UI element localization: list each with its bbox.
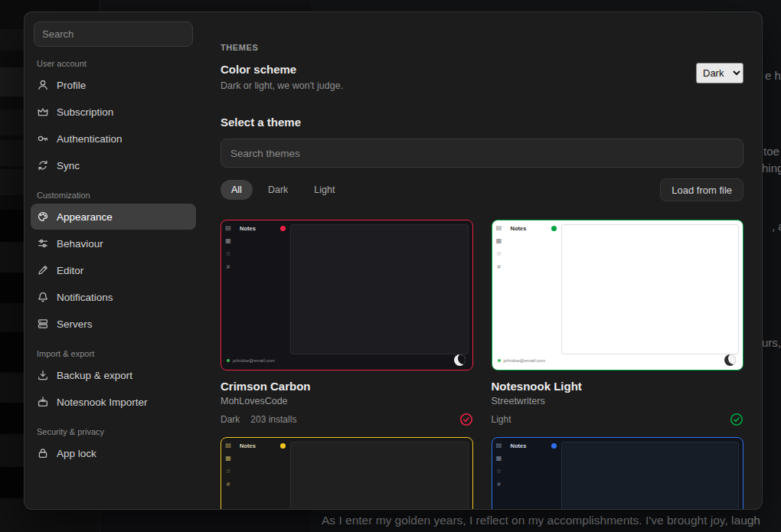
preview-editor-pane xyxy=(561,224,740,354)
sidebar-item-label: Profile xyxy=(57,80,86,91)
preview-notes-list: Notes xyxy=(235,220,290,370)
settings-search-input[interactable] xyxy=(34,21,193,47)
nav-section-label-security-privacy: Security & privacy xyxy=(37,427,190,436)
preview-notes-title: Notes xyxy=(240,225,256,232)
accent-dot xyxy=(551,226,557,231)
theme-toggle-moon-icon xyxy=(454,354,466,366)
favorites-icon: ☆ xyxy=(496,251,502,257)
preview-notes-list: Notes xyxy=(506,438,561,509)
sidebar-item-backup-export[interactable]: Backup & export xyxy=(31,362,196,388)
bell-icon xyxy=(37,291,49,303)
preview-statusbar: johndoe@email.com xyxy=(498,354,737,366)
importer-icon xyxy=(37,396,49,408)
appearance-icon xyxy=(37,211,49,223)
load-from-file-button[interactable]: Load from file xyxy=(660,178,743,201)
sidebar-item-notesnook-importer[interactable]: Notesnook Importer xyxy=(31,389,196,415)
sync-status-dot xyxy=(498,359,501,362)
sidebar-item-label: Authentication xyxy=(57,133,123,145)
sidebar-item-label: Backup & export xyxy=(57,370,132,381)
theme-card-partial-blue[interactable]: ▤ ▦ ☆ # Notes johndoe@email.com xyxy=(492,437,744,509)
themes-section-label: THEMES xyxy=(221,43,743,52)
theme-installs: 203 installs xyxy=(250,414,296,425)
preview-notes-list: Notes xyxy=(506,220,561,370)
notebook-icon: ▤ xyxy=(496,442,502,449)
theme-toggle-moon-icon xyxy=(724,354,736,366)
favorites-icon: ☆ xyxy=(225,468,230,475)
settings-sidebar: User accountProfileSubscriptionAuthentic… xyxy=(25,12,202,509)
sidebar-item-label: App lock xyxy=(57,448,96,459)
preview-notes-title: Notes xyxy=(240,442,256,449)
sidebar-item-label: Editor xyxy=(57,265,83,276)
sidebar-item-label: Notifications xyxy=(57,292,113,303)
preview-nav-rail: ▤ ▦ ☆ # xyxy=(492,438,506,509)
preview-notes-list: Notes xyxy=(235,438,290,509)
theme-filter-row: AllDarkLight Load from file xyxy=(221,178,743,201)
preview-nav-rail: ▤ ▦ ☆ # xyxy=(221,438,235,509)
tags-icon: ▦ xyxy=(225,238,231,244)
server-icon xyxy=(37,318,49,330)
settings-nav-sections: User accountProfileSubscriptionAuthentic… xyxy=(25,47,202,467)
preview-account-email: johndoe@email.com xyxy=(504,358,546,363)
sync-status-dot xyxy=(227,359,230,362)
sidebar-item-servers[interactable]: Servers xyxy=(31,311,196,337)
favorites-icon: ☆ xyxy=(225,251,230,257)
filter-pill-dark[interactable]: Dark xyxy=(257,180,299,200)
preview-editor-pane xyxy=(290,224,469,354)
notebook-icon: ▤ xyxy=(225,442,231,449)
tags-icon: ▦ xyxy=(496,238,502,244)
color-scheme-select[interactable]: Dark xyxy=(696,63,743,83)
settings-content: THEMES Color scheme Dark or light, we wo… xyxy=(202,12,762,509)
theme-preview: ▤ ▦ ☆ # Notes johndoe@email.com xyxy=(492,220,744,370)
color-scheme-text: Color scheme Dark or light, we won't jud… xyxy=(221,63,343,91)
nav-section-label-user-account: User account xyxy=(37,59,190,68)
hash-icon: # xyxy=(497,264,500,270)
accent-dot xyxy=(551,443,557,449)
sidebar-item-app-lock[interactable]: App lock xyxy=(31,440,196,466)
preview-editor-pane xyxy=(561,442,740,509)
backup-icon xyxy=(37,369,49,381)
sidebar-item-subscription[interactable]: Subscription xyxy=(31,99,196,125)
filter-pill-all[interactable]: All xyxy=(221,180,253,200)
color-scheme-subtitle: Dark or light, we won't judge. xyxy=(221,80,343,91)
theme-author: MohLovesCode xyxy=(221,396,473,406)
lock-icon xyxy=(37,447,49,459)
sidebar-item-sync[interactable]: Sync xyxy=(31,152,196,178)
theme-mode: Dark xyxy=(221,414,240,425)
crown-icon xyxy=(37,106,49,118)
theme-search-input[interactable] xyxy=(221,139,743,168)
theme-card-crimson-carbon[interactable]: ▤ ▦ ☆ # Notes johndoe@email.com Crimson … xyxy=(221,220,473,426)
nav-section-label-customization: Customization xyxy=(37,191,190,200)
filter-pill-light[interactable]: Light xyxy=(303,180,345,200)
theme-meta-row: Dark203 installs xyxy=(221,413,473,426)
nav-section-label-import-export: Import & export xyxy=(37,349,190,358)
sync-icon xyxy=(37,159,49,171)
sidebar-item-appearance[interactable]: Appearance xyxy=(31,204,196,230)
check-circle-icon xyxy=(730,413,743,426)
favorites-icon: ☆ xyxy=(496,468,502,475)
theme-filter-pills: AllDarkLight xyxy=(221,180,345,200)
color-scheme-row: Color scheme Dark or light, we won't jud… xyxy=(221,63,743,91)
theme-preview: ▤ ▦ ☆ # Notes johndoe@email.com xyxy=(221,220,473,370)
tags-icon: ▦ xyxy=(496,455,502,462)
theme-card-notesnook-light[interactable]: ▤ ▦ ☆ # Notes johndoe@email.com Notesnoo… xyxy=(492,220,744,426)
sidebar-item-editor[interactable]: Editor xyxy=(31,257,196,283)
sidebar-item-label: Appearance xyxy=(57,211,113,223)
theme-preview: ▤ ▦ ☆ # Notes johndoe@email.com xyxy=(492,437,744,509)
tags-icon: ▦ xyxy=(225,455,231,462)
behaviour-icon xyxy=(37,237,49,250)
notebook-icon: ▤ xyxy=(225,225,231,231)
accent-dot xyxy=(280,443,286,449)
theme-card-partial-yellow[interactable]: ▤ ▦ ☆ # Notes johndoe@email.com xyxy=(221,437,473,509)
sidebar-item-notifications[interactable]: Notifications xyxy=(31,284,196,310)
sidebar-item-behaviour[interactable]: Behaviour xyxy=(31,230,196,256)
theme-author: Streetwriters xyxy=(492,396,744,406)
sidebar-item-authentication[interactable]: Authentication xyxy=(31,126,196,152)
preview-editor-pane xyxy=(290,442,469,509)
theme-mode: Light xyxy=(492,414,511,425)
app-root: e htoehing, aurs, As I enter my golden y… xyxy=(0,0,781,532)
sidebar-item-label: Subscription xyxy=(57,106,113,118)
sidebar-item-profile[interactable]: Profile xyxy=(31,72,196,98)
preview-notes-title: Notes xyxy=(511,225,527,232)
sidebar-item-label: Notesnook Importer xyxy=(57,397,148,408)
accent-dot xyxy=(280,226,286,231)
